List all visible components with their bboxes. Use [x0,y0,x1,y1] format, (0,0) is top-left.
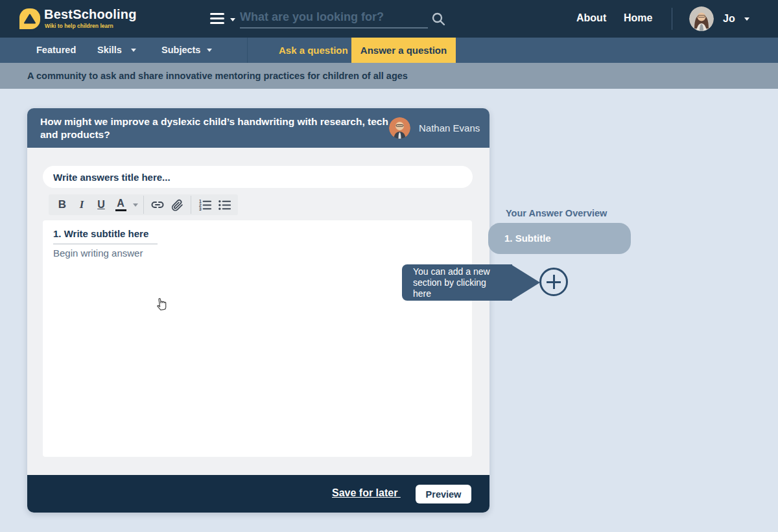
author-name: Nathan Evans [419,122,480,133]
logo-triangle-icon [24,14,36,24]
card-footer: Save for later Preview [27,475,489,513]
search-icon[interactable] [430,11,446,27]
answer-question-tab[interactable]: Answer a question [351,38,456,63]
list-group: 1 2 3 [191,194,238,215]
svg-text:3: 3 [198,206,201,211]
paperclip-icon [171,198,184,212]
question-author: Nathan Evans [389,117,480,139]
color-swatch [115,209,126,212]
search [240,6,428,31]
nav-item-subjects[interactable]: Subjects [161,38,200,63]
format-group: B I U A [49,194,143,215]
preview-button[interactable]: Preview [416,485,471,503]
ordered-list-button[interactable]: 1 2 3 [196,196,213,214]
question-title: How might we improve a dyslexic child’s … [40,115,394,141]
text-color-label: A [117,198,124,208]
nav-link-home[interactable]: Home [624,12,652,24]
top-header: BestSchooling Wiki to help children lear… [0,0,778,38]
editor-toolbar: B I U A [49,194,238,215]
body-placeholder: Begin writing answer [53,248,143,259]
tooltip-arrow [511,264,540,301]
chevron-down-icon [744,17,749,21]
bullet-list-button[interactable] [216,196,233,214]
chevron-down-icon[interactable] [207,49,212,52]
community-banner: A community to ask and share innovative … [0,63,778,89]
tooltip-box: You can add a new section by clicking he… [402,264,512,301]
answer-body-editor[interactable]: 1. Write subtitle here Begin writing ans… [43,220,472,457]
answer-title-input[interactable] [43,166,473,188]
avatar [389,117,410,139]
underline-button[interactable]: U [93,196,110,214]
tooltip-text: You can add a new section by clicking he… [402,266,499,299]
answer-editor-panel: B I U A [27,148,489,475]
text-color-button[interactable]: A [112,196,129,214]
bold-button[interactable]: B [54,196,71,214]
overview-section-pill[interactable]: 1. Subtitle [488,223,631,254]
plus-icon [547,275,561,289]
ordered-list-icon: 1 2 3 [198,198,213,213]
insert-group [144,194,191,215]
hand-cursor-icon [153,295,169,312]
nav-link-about[interactable]: About [576,12,606,24]
user-menu[interactable]: Jo [689,6,749,31]
chevron-down-icon[interactable] [131,49,136,52]
brand-tagline: Wiki to help children learn [45,23,113,29]
user-name: Jo [723,13,735,25]
add-section-tooltip: You can add a new section by clicking he… [402,264,512,301]
overview-title: Your Answer Overview [506,208,607,218]
nav-item-featured[interactable]: Featured [36,38,76,63]
bullet-list-icon [217,198,232,213]
hamburger-icon [210,13,224,27]
attachment-button[interactable] [169,196,185,214]
subtitle-placeholder: 1. Write subtitle here [53,228,158,244]
save-for-later-link[interactable]: Save for later [332,487,401,499]
link-icon [150,197,165,213]
brand-name[interactable]: BestSchooling [44,7,137,22]
answer-card: How might we improve a dyslexic child’s … [27,108,489,513]
banner-text: A community to ask and share innovative … [27,71,408,81]
italic-button[interactable]: I [73,196,90,214]
search-input[interactable] [240,6,428,29]
logo-icon[interactable] [19,8,40,29]
menu-button[interactable] [210,12,239,27]
secondary-nav: Featured Skills Subjects Ask a question … [0,38,778,63]
link-button[interactable] [149,196,166,214]
section-subtitle: 1. Write subtitle here [53,228,158,244]
chevron-down-icon [230,18,235,21]
nav-divider [247,38,248,63]
chevron-down-icon[interactable] [133,203,138,207]
question-header: How might we improve a dyslexic child’s … [27,108,489,148]
nav-item-skills[interactable]: Skills [97,38,122,63]
avatar [689,6,714,31]
add-section-button[interactable] [539,268,568,296]
ask-question-tab[interactable]: Ask a question [279,38,348,63]
header-divider [672,8,672,30]
page: BestSchooling Wiki to help children lear… [0,0,778,532]
